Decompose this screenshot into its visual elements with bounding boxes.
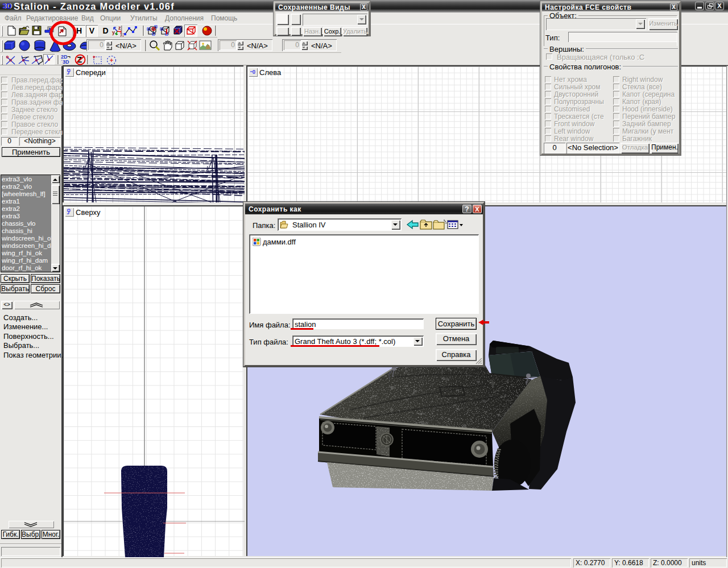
svg-text:y: y (112, 30, 115, 35)
